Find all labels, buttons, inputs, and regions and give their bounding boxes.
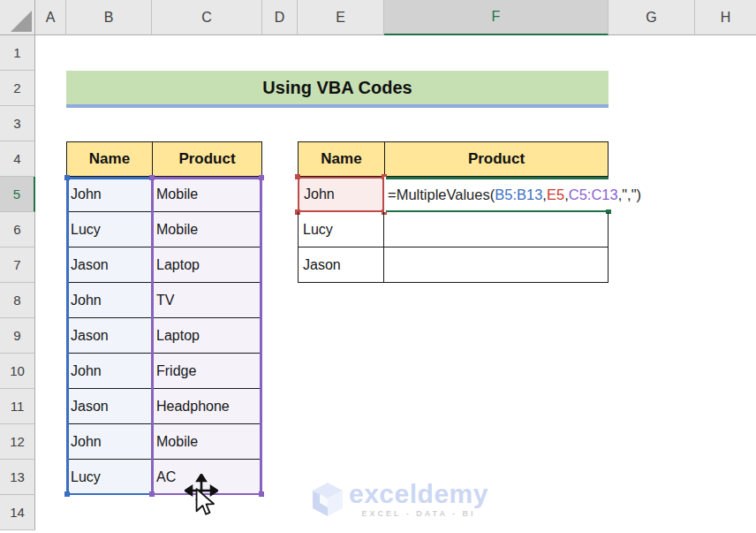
- result-table: Name Product John =MultipleValues(B5:B13…: [298, 141, 609, 283]
- cell-c12[interactable]: Mobile: [152, 424, 262, 460]
- row-header-7[interactable]: 7: [0, 247, 35, 283]
- cell-b5[interactable]: John: [66, 177, 152, 212]
- cell-c9[interactable]: Laptop: [152, 318, 262, 354]
- row-header-3[interactable]: 3: [0, 106, 35, 141]
- formula-part-ref-e: E5: [547, 187, 564, 203]
- row-header-13[interactable]: 13: [0, 460, 35, 495]
- cell-c6[interactable]: Mobile: [152, 212, 262, 247]
- cell-b7[interactable]: Jason: [66, 247, 152, 283]
- formula-part-ref-c: C5:C13: [569, 187, 618, 203]
- row-header-11[interactable]: 11: [0, 389, 35, 424]
- cell-e5-lookup[interactable]: John: [298, 177, 384, 212]
- watermark-brand: exceldemy: [349, 481, 488, 507]
- watermark-tagline: EXCEL - DATA - BI: [361, 509, 475, 518]
- cell-c8[interactable]: TV: [152, 283, 262, 318]
- row-divider: [68, 317, 261, 318]
- cell-c5[interactable]: Mobile: [152, 177, 262, 212]
- cell-b9[interactable]: Jason: [66, 318, 152, 354]
- column-header-a[interactable]: A: [35, 0, 66, 35]
- cell-c11[interactable]: Headphone: [152, 389, 262, 424]
- cell-b11[interactable]: Jason: [66, 389, 152, 424]
- column-header-d[interactable]: D: [262, 0, 298, 35]
- range-handle[interactable]: [149, 491, 155, 497]
- formula-part: =MultipleValues(: [388, 187, 495, 203]
- range-handle[interactable]: [259, 491, 264, 497]
- cell-c7[interactable]: Laptop: [152, 247, 262, 283]
- source-name-header-cell[interactable]: Name: [66, 141, 152, 177]
- row-divider: [68, 388, 261, 389]
- source-table: Name Product John Lucy Jason John Jason …: [66, 141, 262, 495]
- product-range-border-top: [152, 177, 262, 179]
- cell-b12[interactable]: John: [66, 424, 152, 460]
- select-all-corner[interactable]: [0, 0, 35, 35]
- column-header-b[interactable]: B: [66, 0, 152, 35]
- name-range-border-left: [66, 177, 69, 495]
- row-divider: [68, 282, 261, 283]
- row-header-4[interactable]: 4: [0, 141, 35, 177]
- formula-text[interactable]: =MultipleValues(B5:B13,E5,C5:C13,","): [388, 179, 644, 209]
- row-header-9[interactable]: 9: [0, 318, 35, 354]
- cell-e7[interactable]: Jason: [298, 247, 384, 283]
- formula-part-ref-b: B5:B13: [495, 187, 542, 203]
- column-header-c[interactable]: C: [152, 0, 262, 35]
- watermark: exceldemy EXCEL - DATA - BI: [311, 481, 488, 518]
- row-divider: [68, 423, 261, 424]
- row-header-12[interactable]: 12: [0, 424, 35, 460]
- column-header-e[interactable]: E: [298, 0, 384, 35]
- row-header-5-selected[interactable]: 5: [0, 177, 35, 212]
- source-product-header-cell[interactable]: Product: [152, 141, 262, 177]
- column-header-h[interactable]: H: [695, 0, 756, 35]
- row-header-6[interactable]: 6: [0, 212, 35, 247]
- formula-part: ,","): [618, 187, 641, 203]
- title-banner: Using VBA Codes: [66, 71, 609, 108]
- row-header-8[interactable]: 8: [0, 283, 35, 318]
- range-handle[interactable]: [259, 175, 264, 180]
- cell-b13[interactable]: Lucy: [66, 460, 152, 495]
- cell-b10[interactable]: John: [66, 354, 152, 389]
- select-all-triangle-icon: [11, 11, 32, 32]
- range-handle[interactable]: [149, 175, 155, 180]
- row-header-2[interactable]: 2: [0, 71, 35, 106]
- arrow-pointer-icon: [194, 488, 219, 516]
- column-header-g[interactable]: G: [609, 0, 695, 35]
- name-range-border-bottom: [66, 493, 152, 496]
- row-divider: [68, 247, 261, 247]
- page-title: Using VBA Codes: [262, 78, 412, 98]
- range-handle[interactable]: [64, 491, 70, 497]
- cell-e6[interactable]: Lucy: [298, 212, 384, 247]
- result-product-header-cell[interactable]: Product: [384, 141, 609, 177]
- range-handle[interactable]: [64, 175, 70, 180]
- product-range-border-left: [151, 177, 154, 495]
- cell-c10[interactable]: Fridge: [152, 354, 262, 389]
- cell-b8[interactable]: John: [66, 283, 152, 318]
- row-divider: [68, 353, 261, 354]
- result-name-header-cell[interactable]: Name: [298, 141, 384, 177]
- product-range-border-right: [260, 177, 262, 495]
- row-header-14[interactable]: 14: [0, 495, 35, 530]
- cell-f7[interactable]: [383, 247, 609, 283]
- exceldemy-cube-icon: [311, 481, 344, 518]
- column-header-f-selected[interactable]: F: [384, 0, 609, 35]
- row-divider: [68, 459, 261, 460]
- ref-handle[interactable]: [295, 174, 300, 179]
- row-divider: [68, 211, 261, 212]
- row-header-1[interactable]: 1: [0, 35, 35, 71]
- name-range-border-top: [66, 177, 152, 179]
- row-header-10[interactable]: 10: [0, 354, 35, 389]
- cell-f6[interactable]: [383, 212, 609, 247]
- excel-worksheet: A B C D E F G H 1 2 3 4 5 6 7 8 9 10 11 …: [0, 0, 756, 533]
- cell-b6[interactable]: Lucy: [66, 212, 152, 247]
